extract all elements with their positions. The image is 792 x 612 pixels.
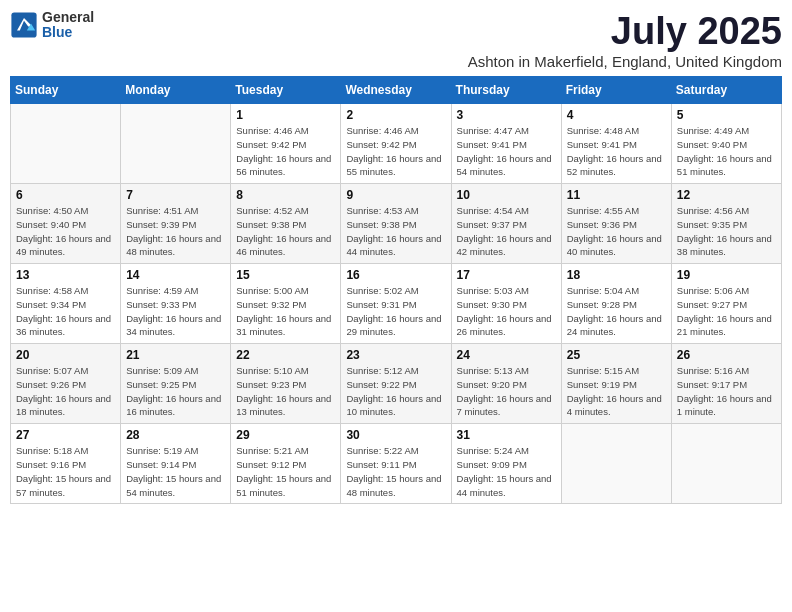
day-info: Sunrise: 4:59 AM Sunset: 9:33 PM Dayligh… (126, 284, 225, 339)
day-info: Sunrise: 5:00 AM Sunset: 9:32 PM Dayligh… (236, 284, 335, 339)
day-header-monday: Monday (121, 77, 231, 104)
day-info: Sunrise: 4:47 AM Sunset: 9:41 PM Dayligh… (457, 124, 556, 179)
calendar-table: SundayMondayTuesdayWednesdayThursdayFrid… (10, 76, 782, 504)
calendar-week-row: 20Sunrise: 5:07 AM Sunset: 9:26 PM Dayli… (11, 344, 782, 424)
day-info: Sunrise: 5:03 AM Sunset: 9:30 PM Dayligh… (457, 284, 556, 339)
svg-rect-0 (11, 13, 36, 38)
day-info: Sunrise: 4:53 AM Sunset: 9:38 PM Dayligh… (346, 204, 445, 259)
title-section: July 2025 Ashton in Makerfield, England,… (468, 10, 782, 70)
day-info: Sunrise: 5:21 AM Sunset: 9:12 PM Dayligh… (236, 444, 335, 499)
calendar-cell: 3Sunrise: 4:47 AM Sunset: 9:41 PM Daylig… (451, 104, 561, 184)
day-info: Sunrise: 4:46 AM Sunset: 9:42 PM Dayligh… (346, 124, 445, 179)
calendar-body: 1Sunrise: 4:46 AM Sunset: 9:42 PM Daylig… (11, 104, 782, 504)
calendar-week-row: 1Sunrise: 4:46 AM Sunset: 9:42 PM Daylig… (11, 104, 782, 184)
day-number: 18 (567, 268, 666, 282)
calendar-cell: 1Sunrise: 4:46 AM Sunset: 9:42 PM Daylig… (231, 104, 341, 184)
day-number: 13 (16, 268, 115, 282)
calendar-cell: 2Sunrise: 4:46 AM Sunset: 9:42 PM Daylig… (341, 104, 451, 184)
day-info: Sunrise: 4:49 AM Sunset: 9:40 PM Dayligh… (677, 124, 776, 179)
day-header-saturday: Saturday (671, 77, 781, 104)
day-number: 9 (346, 188, 445, 202)
calendar-cell: 22Sunrise: 5:10 AM Sunset: 9:23 PM Dayli… (231, 344, 341, 424)
day-info: Sunrise: 5:18 AM Sunset: 9:16 PM Dayligh… (16, 444, 115, 499)
day-info: Sunrise: 4:50 AM Sunset: 9:40 PM Dayligh… (16, 204, 115, 259)
day-header-wednesday: Wednesday (341, 77, 451, 104)
header: General Blue July 2025 Ashton in Makerfi… (10, 10, 782, 70)
day-info: Sunrise: 5:15 AM Sunset: 9:19 PM Dayligh… (567, 364, 666, 419)
calendar-cell: 20Sunrise: 5:07 AM Sunset: 9:26 PM Dayli… (11, 344, 121, 424)
calendar-cell: 5Sunrise: 4:49 AM Sunset: 9:40 PM Daylig… (671, 104, 781, 184)
calendar-cell: 19Sunrise: 5:06 AM Sunset: 9:27 PM Dayli… (671, 264, 781, 344)
day-info: Sunrise: 5:16 AM Sunset: 9:17 PM Dayligh… (677, 364, 776, 419)
day-number: 28 (126, 428, 225, 442)
calendar-cell: 12Sunrise: 4:56 AM Sunset: 9:35 PM Dayli… (671, 184, 781, 264)
calendar-week-row: 27Sunrise: 5:18 AM Sunset: 9:16 PM Dayli… (11, 424, 782, 504)
day-info: Sunrise: 5:13 AM Sunset: 9:20 PM Dayligh… (457, 364, 556, 419)
calendar-week-row: 6Sunrise: 4:50 AM Sunset: 9:40 PM Daylig… (11, 184, 782, 264)
day-info: Sunrise: 4:56 AM Sunset: 9:35 PM Dayligh… (677, 204, 776, 259)
day-number: 4 (567, 108, 666, 122)
day-info: Sunrise: 4:58 AM Sunset: 9:34 PM Dayligh… (16, 284, 115, 339)
calendar-cell: 25Sunrise: 5:15 AM Sunset: 9:19 PM Dayli… (561, 344, 671, 424)
logo: General Blue (10, 10, 94, 41)
calendar-week-row: 13Sunrise: 4:58 AM Sunset: 9:34 PM Dayli… (11, 264, 782, 344)
day-number: 2 (346, 108, 445, 122)
day-number: 6 (16, 188, 115, 202)
logo-blue-text: Blue (42, 25, 94, 40)
day-number: 27 (16, 428, 115, 442)
calendar-cell: 4Sunrise: 4:48 AM Sunset: 9:41 PM Daylig… (561, 104, 671, 184)
day-number: 24 (457, 348, 556, 362)
calendar-cell (561, 424, 671, 504)
day-info: Sunrise: 5:12 AM Sunset: 9:22 PM Dayligh… (346, 364, 445, 419)
calendar-cell: 24Sunrise: 5:13 AM Sunset: 9:20 PM Dayli… (451, 344, 561, 424)
calendar-cell: 26Sunrise: 5:16 AM Sunset: 9:17 PM Dayli… (671, 344, 781, 424)
day-info: Sunrise: 4:54 AM Sunset: 9:37 PM Dayligh… (457, 204, 556, 259)
calendar-header-row: SundayMondayTuesdayWednesdayThursdayFrid… (11, 77, 782, 104)
day-header-friday: Friday (561, 77, 671, 104)
calendar-cell: 21Sunrise: 5:09 AM Sunset: 9:25 PM Dayli… (121, 344, 231, 424)
day-info: Sunrise: 4:46 AM Sunset: 9:42 PM Dayligh… (236, 124, 335, 179)
calendar-cell: 18Sunrise: 5:04 AM Sunset: 9:28 PM Dayli… (561, 264, 671, 344)
calendar-cell: 8Sunrise: 4:52 AM Sunset: 9:38 PM Daylig… (231, 184, 341, 264)
calendar-cell: 29Sunrise: 5:21 AM Sunset: 9:12 PM Dayli… (231, 424, 341, 504)
calendar-cell: 13Sunrise: 4:58 AM Sunset: 9:34 PM Dayli… (11, 264, 121, 344)
day-number: 14 (126, 268, 225, 282)
day-number: 30 (346, 428, 445, 442)
calendar-cell: 30Sunrise: 5:22 AM Sunset: 9:11 PM Dayli… (341, 424, 451, 504)
day-number: 8 (236, 188, 335, 202)
calendar-cell: 11Sunrise: 4:55 AM Sunset: 9:36 PM Dayli… (561, 184, 671, 264)
calendar-cell: 15Sunrise: 5:00 AM Sunset: 9:32 PM Dayli… (231, 264, 341, 344)
day-info: Sunrise: 4:52 AM Sunset: 9:38 PM Dayligh… (236, 204, 335, 259)
day-number: 1 (236, 108, 335, 122)
calendar-cell: 10Sunrise: 4:54 AM Sunset: 9:37 PM Dayli… (451, 184, 561, 264)
day-number: 23 (346, 348, 445, 362)
day-number: 15 (236, 268, 335, 282)
calendar-cell: 23Sunrise: 5:12 AM Sunset: 9:22 PM Dayli… (341, 344, 451, 424)
day-info: Sunrise: 4:55 AM Sunset: 9:36 PM Dayligh… (567, 204, 666, 259)
calendar-cell: 16Sunrise: 5:02 AM Sunset: 9:31 PM Dayli… (341, 264, 451, 344)
day-number: 10 (457, 188, 556, 202)
calendar-cell (121, 104, 231, 184)
calendar-cell: 31Sunrise: 5:24 AM Sunset: 9:09 PM Dayli… (451, 424, 561, 504)
day-number: 3 (457, 108, 556, 122)
logo-general-text: General (42, 10, 94, 25)
day-header-tuesday: Tuesday (231, 77, 341, 104)
calendar-cell (671, 424, 781, 504)
day-header-thursday: Thursday (451, 77, 561, 104)
day-number: 22 (236, 348, 335, 362)
day-number: 20 (16, 348, 115, 362)
day-number: 16 (346, 268, 445, 282)
day-number: 17 (457, 268, 556, 282)
day-number: 31 (457, 428, 556, 442)
location-subtitle: Ashton in Makerfield, England, United Ki… (468, 53, 782, 70)
calendar-cell: 6Sunrise: 4:50 AM Sunset: 9:40 PM Daylig… (11, 184, 121, 264)
day-info: Sunrise: 4:51 AM Sunset: 9:39 PM Dayligh… (126, 204, 225, 259)
calendar-cell: 9Sunrise: 4:53 AM Sunset: 9:38 PM Daylig… (341, 184, 451, 264)
calendar-cell: 17Sunrise: 5:03 AM Sunset: 9:30 PM Dayli… (451, 264, 561, 344)
calendar-cell: 14Sunrise: 4:59 AM Sunset: 9:33 PM Dayli… (121, 264, 231, 344)
day-number: 12 (677, 188, 776, 202)
day-number: 5 (677, 108, 776, 122)
day-number: 11 (567, 188, 666, 202)
month-title: July 2025 (468, 10, 782, 53)
day-info: Sunrise: 4:48 AM Sunset: 9:41 PM Dayligh… (567, 124, 666, 179)
